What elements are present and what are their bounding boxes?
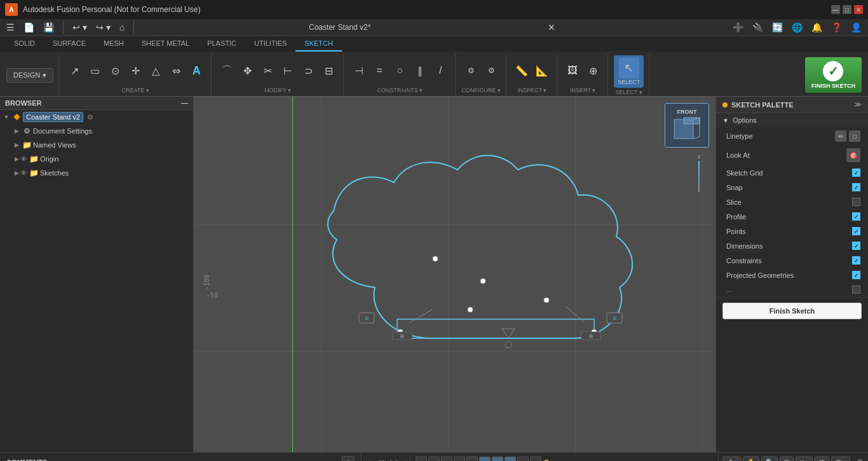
timeline-frame-5[interactable] bbox=[466, 457, 478, 462]
tab-sheet-metal[interactable]: SHEET METAL bbox=[133, 36, 198, 52]
circle-tool[interactable]: ⊙ bbox=[105, 62, 125, 79]
finish-sketch-button[interactable]: ✓ FINISH SKETCH bbox=[805, 57, 862, 93]
svg-line-13 bbox=[566, 306, 585, 322]
linetype-icon1[interactable]: ✏ bbox=[835, 130, 846, 142]
viewport[interactable]: -100 -50 bbox=[194, 97, 715, 452]
view-cube[interactable]: FRONT bbox=[665, 103, 709, 148]
palette-finish-sketch-button[interactable]: Finish Sketch bbox=[722, 303, 862, 319]
select-mode-btn[interactable]: ↖ SELECT bbox=[614, 55, 644, 88]
design-button[interactable]: DESIGN ▾ bbox=[6, 68, 53, 83]
inspect-measure[interactable]: 📏 bbox=[512, 62, 531, 79]
settings-gear-icon[interactable]: ⚙ bbox=[856, 457, 864, 462]
timeline-frame-8[interactable] bbox=[505, 457, 516, 462]
trim-tool[interactable]: ✂ bbox=[258, 62, 277, 79]
projected-geo-checkbox[interactable]: ✓ bbox=[852, 271, 860, 279]
line-constraint[interactable]: / bbox=[431, 62, 450, 79]
timeline-frame-3[interactable] bbox=[441, 457, 452, 462]
tab-mesh[interactable]: MESH bbox=[95, 36, 133, 52]
timeline-start-button[interactable]: ⏮ bbox=[365, 458, 373, 462]
linetype-icon2[interactable]: □ bbox=[849, 130, 860, 142]
close-doc-button[interactable]: ✕ bbox=[545, 21, 558, 34]
slice-checkbox[interactable] bbox=[852, 198, 860, 206]
zoom-button[interactable]: 🔍 bbox=[761, 457, 778, 461]
close-button[interactable]: ✕ bbox=[854, 5, 863, 14]
tab-plastic[interactable]: PLASTIC bbox=[198, 36, 245, 52]
add-comment-button[interactable]: + bbox=[342, 456, 355, 462]
mirror-tool[interactable]: ⊟ bbox=[319, 62, 338, 79]
grid-button[interactable]: ▦ bbox=[815, 457, 829, 461]
timeline-play-button[interactable]: ▶ bbox=[383, 458, 388, 462]
palette-expand-icon[interactable]: ≫ bbox=[854, 100, 862, 109]
circ-constraint[interactable]: ○ bbox=[390, 62, 409, 79]
browser-item-named-views[interactable]: ▶ 📁 Named Views bbox=[0, 138, 193, 152]
tab-surface[interactable]: SURFACE bbox=[44, 36, 95, 52]
display-mode-button[interactable]: □▾ bbox=[796, 457, 813, 461]
update-button[interactable]: 🔄 bbox=[770, 21, 785, 34]
zoom-fit-button[interactable]: ⊡ bbox=[780, 457, 794, 461]
linetype-icons[interactable]: ✏ □ bbox=[835, 130, 860, 142]
timeline-frame-7[interactable] bbox=[492, 457, 503, 462]
equal-constraint[interactable]: = bbox=[370, 62, 389, 79]
browser-item-sketches[interactable]: ▶ 👁 📁 Sketches bbox=[0, 166, 193, 180]
browser-item-doc-settings[interactable]: ▶ ⚙ Document Settings bbox=[0, 124, 193, 138]
browser-item-root[interactable]: ▼ 🔶 Coaster Stand v2 ⚙ bbox=[0, 110, 193, 124]
move-tool[interactable]: ✥ bbox=[238, 62, 257, 79]
timeline-frame-4[interactable] bbox=[454, 457, 465, 462]
pan-button[interactable]: ✋ bbox=[743, 457, 759, 461]
snap-checkbox[interactable]: ✓ bbox=[852, 183, 860, 191]
parallel-constraint[interactable]: ∥ bbox=[410, 62, 430, 79]
sketch-grid-checkbox[interactable]: ✓ bbox=[852, 169, 860, 177]
home-button[interactable]: ⌂ bbox=[117, 21, 127, 34]
extension-button[interactable]: 🔌 bbox=[750, 21, 766, 34]
extend-tool[interactable]: ⊢ bbox=[278, 62, 297, 79]
browser-item-origin[interactable]: ▶ 👁 📁 Origin bbox=[0, 152, 193, 166]
grid-options-button[interactable]: ▦▾ bbox=[831, 457, 850, 461]
configure-btn2[interactable]: ⚙ bbox=[482, 62, 501, 79]
timeline-frame-6[interactable] bbox=[479, 457, 491, 462]
profile-button[interactable]: 👤 bbox=[848, 21, 864, 34]
timeline-prev-button[interactable]: ◀ bbox=[375, 458, 381, 462]
insert-btn2[interactable]: ⊕ bbox=[583, 62, 602, 79]
text-tool[interactable]: A bbox=[187, 62, 206, 79]
line-tool[interactable]: ↗ bbox=[65, 62, 84, 79]
file-button[interactable]: 📄 bbox=[21, 21, 37, 34]
offset-tool[interactable]: ⊃ bbox=[299, 62, 318, 79]
timeline-end-button[interactable]: ⏭ bbox=[403, 458, 411, 462]
add-button[interactable]: ➕ bbox=[730, 21, 746, 34]
look-at-icon[interactable]: 🎯 bbox=[846, 148, 860, 162]
maximize-button[interactable]: □ bbox=[843, 5, 851, 14]
help-button[interactable]: ❓ bbox=[829, 21, 844, 34]
browser-collapse-button[interactable]: — bbox=[181, 99, 188, 107]
globe-button[interactable]: 🌐 bbox=[789, 21, 805, 34]
more-checkbox[interactable] bbox=[852, 286, 860, 294]
profile-checkbox[interactable]: ✓ bbox=[852, 212, 860, 221]
minimize-button[interactable]: — bbox=[831, 5, 840, 14]
options-header[interactable]: ▼ Options bbox=[716, 113, 868, 127]
redo-button[interactable]: ↪ ▾ bbox=[93, 21, 113, 34]
horiz-constraint[interactable]: ⊣ bbox=[349, 62, 369, 79]
inspect-btn2[interactable]: 📐 bbox=[532, 62, 552, 79]
timeline-frame-9[interactable] bbox=[517, 457, 529, 462]
dimensions-checkbox[interactable]: ✓ bbox=[852, 242, 860, 250]
points-checkbox[interactable]: ✓ bbox=[852, 227, 860, 235]
triangle-tool[interactable]: △ bbox=[146, 62, 165, 79]
insert-image[interactable]: 🖼 bbox=[563, 62, 582, 79]
save-button[interactable]: 💾 bbox=[41, 21, 57, 34]
timeline-frame-1[interactable] bbox=[416, 457, 427, 462]
tab-solid[interactable]: SOLID bbox=[5, 36, 44, 52]
rect-tool[interactable]: ▭ bbox=[85, 62, 104, 79]
menu-button[interactable]: ☰ bbox=[4, 21, 17, 34]
timeline-frame-10[interactable] bbox=[530, 457, 541, 462]
undo-button[interactable]: ↩ ▾ bbox=[70, 21, 90, 34]
notifications-button[interactable]: 🔔 bbox=[809, 21, 825, 34]
orbit-button[interactable]: ↺▾ bbox=[722, 457, 741, 461]
fillet-tool[interactable]: ⌒ bbox=[217, 62, 236, 79]
point-tool[interactable]: ✛ bbox=[126, 62, 145, 79]
timeline-next-button[interactable]: ▶▶ bbox=[390, 458, 402, 462]
timeline-frame-2[interactable] bbox=[428, 457, 440, 462]
configure-btn1[interactable]: ⚙ bbox=[461, 62, 480, 79]
dim-tool[interactable]: ⇔ bbox=[166, 62, 186, 79]
tab-sketch[interactable]: SKETCH bbox=[295, 36, 342, 52]
tab-utilities[interactable]: UTILITIES bbox=[245, 36, 295, 52]
constraints-checkbox[interactable]: ✓ bbox=[852, 256, 860, 265]
